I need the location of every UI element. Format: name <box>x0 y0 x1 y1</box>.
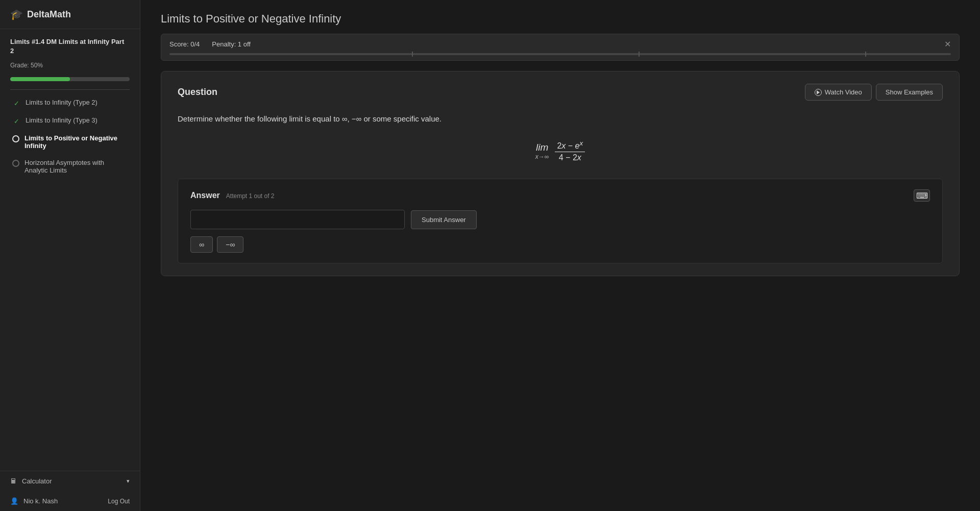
logo-text: DeltaMath <box>27 9 71 20</box>
lim-subscript: x→∞ <box>535 153 549 160</box>
score-label: Score: 0/4 <box>169 40 200 48</box>
check-icon: ✓ <box>12 117 20 125</box>
lim-word: lim <box>536 142 548 153</box>
user-info: 👤 Nio k. Nash <box>10 497 58 505</box>
sidebar-item-label: Limits to Positive or Negative Infinity <box>24 134 128 150</box>
logo-area: 🎓 DeltaMath <box>0 0 140 29</box>
progress-tick <box>865 52 866 57</box>
answer-label-row: Answer Attempt 1 out of 2 <box>190 191 275 200</box>
empty-circle-icon <box>12 160 19 167</box>
close-icon[interactable]: ✕ <box>944 39 951 49</box>
show-examples-button[interactable]: Show Examples <box>876 84 943 101</box>
page-title: Limits to Positive or Negative Infinity <box>140 0 980 34</box>
user-row: 👤 Nio k. Nash Log Out <box>0 491 140 511</box>
attempt-text: Attempt 1 out of 2 <box>226 192 275 200</box>
watch-video-label: Watch Video <box>825 88 862 96</box>
check-icon: ✓ <box>12 99 20 107</box>
calculator-item[interactable]: 🖩 Calculator ▾ <box>0 471 140 491</box>
lim-block: lim x→∞ <box>535 142 549 160</box>
sidebar-item-label: Limits to Infinity (Type 3) <box>26 116 97 124</box>
current-circle-icon <box>12 135 19 142</box>
math-formula: lim x→∞ 2x − ex 4 − 2x <box>178 139 943 162</box>
grade-label: Grade: 50% <box>0 60 140 75</box>
penalty-label: Penalty: 1 off <box>212 40 251 48</box>
answer-input[interactable] <box>190 210 405 229</box>
progress-tick <box>412 52 413 57</box>
question-actions: Watch Video Show Examples <box>805 84 943 101</box>
grade-progress-bar <box>10 77 130 81</box>
sidebar-divider <box>10 89 130 90</box>
show-examples-label: Show Examples <box>886 88 933 96</box>
calculator-icon: 🖩 <box>10 477 17 485</box>
sidebar-bottom: 🖩 Calculator ▾ 👤 Nio k. Nash Log Out <box>0 471 140 511</box>
answer-header: Answer Attempt 1 out of 2 ⌨ <box>190 189 930 202</box>
sidebar-item-horizontal-asymptotes[interactable]: Horizontal Asymptotes with Analytic Limi… <box>2 155 138 178</box>
infinity-button[interactable]: ∞ <box>190 236 213 253</box>
progress-tick <box>639 52 640 57</box>
sidebar-item-label: Limits to Infinity (Type 2) <box>26 99 97 106</box>
progress-bar-track <box>169 53 951 55</box>
grade-bar-fill <box>10 77 70 81</box>
user-icon: 👤 <box>10 497 18 505</box>
play-triangle <box>817 90 820 94</box>
negative-infinity-button[interactable]: −∞ <box>217 236 243 253</box>
question-label: Question <box>178 87 217 98</box>
score-bar: Score: 0/4 Penalty: 1 off ✕ <box>161 34 960 61</box>
main-content: Limits to Positive or Negative Infinity … <box>140 0 980 511</box>
sidebar-item-label: Horizontal Asymptotes with Analytic Limi… <box>24 159 128 174</box>
answer-input-row: Submit Answer <box>190 210 930 229</box>
sidebar-item-limits-pos-neg[interactable]: Limits to Positive or Negative Infinity <box>2 130 138 154</box>
answer-label: Answer <box>190 191 220 200</box>
score-bar-top: Score: 0/4 Penalty: 1 off ✕ <box>169 39 951 49</box>
fraction-numerator: 2x − ex <box>555 139 585 152</box>
keyboard-icon[interactable]: ⌨ <box>914 189 930 202</box>
play-icon <box>815 89 822 96</box>
answer-section: Answer Attempt 1 out of 2 ⌨ Submit Answe… <box>178 179 943 263</box>
calculator-label: Calculator <box>22 477 52 485</box>
fraction: 2x − ex 4 − 2x <box>555 139 585 162</box>
assignment-title: Limits #1.4 DM Limits at Infinity Part 2 <box>0 29 140 60</box>
logout-button[interactable]: Log Out <box>108 498 130 505</box>
question-text: Determine whether the following limit is… <box>178 113 943 125</box>
sidebar-item-limits-type3[interactable]: ✓ Limits to Infinity (Type 3) <box>2 112 138 129</box>
question-header: Question Watch Video Show Examples <box>178 84 943 101</box>
question-card: Question Watch Video Show Examples Deter… <box>161 71 960 276</box>
symbol-buttons: ∞ −∞ <box>190 236 930 253</box>
submit-answer-button[interactable]: Submit Answer <box>411 210 477 229</box>
limit-expression: lim x→∞ 2x − ex 4 − 2x <box>535 139 585 162</box>
watch-video-button[interactable]: Watch Video <box>805 84 872 101</box>
sidebar-item-limits-type2[interactable]: ✓ Limits to Infinity (Type 2) <box>2 94 138 111</box>
logo-icon: 🎓 <box>10 8 23 20</box>
chevron-down-icon: ▾ <box>127 478 130 484</box>
fraction-denominator: 4 − 2x <box>557 153 583 162</box>
sidebar: 🎓 DeltaMath Limits #1.4 DM Limits at Inf… <box>0 0 140 511</box>
username-label: Nio k. Nash <box>23 497 58 505</box>
